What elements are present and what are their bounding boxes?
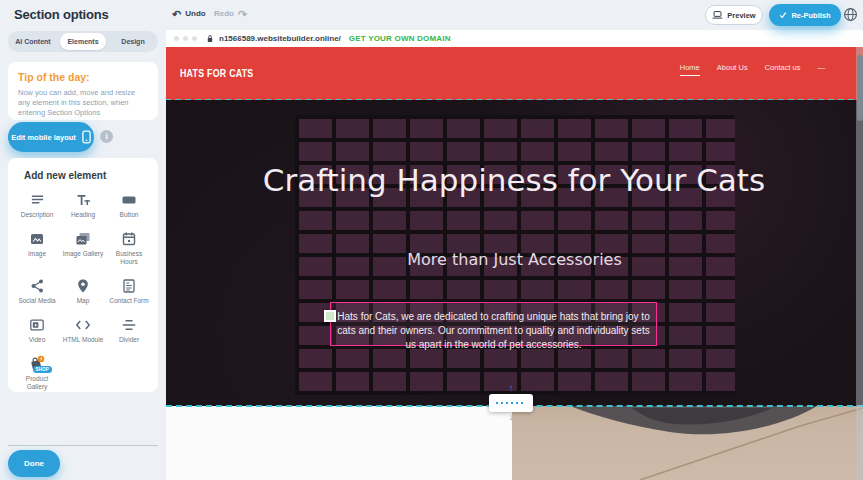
hero-subheading[interactable]: More than Just Accessories [166, 250, 863, 269]
hero-heading[interactable]: Crafting Happiness for Your Cats [254, 158, 774, 202]
heading-icon [75, 191, 92, 208]
site-nav: Home About Us Contact us — [680, 63, 825, 76]
arrow-down-icon: ↓ [509, 413, 514, 422]
undo-icon: ↶ [172, 10, 181, 18]
redo-icon: ↷ [238, 10, 247, 18]
tab-elements[interactable]: Elements [60, 33, 106, 50]
divider-icon [121, 316, 138, 333]
social-media-icon [29, 277, 46, 294]
add-new-element-panel: Add new element Description Heading Butt… [8, 158, 158, 392]
description-icon [29, 191, 46, 208]
add-panel-title: Add new element [14, 170, 152, 181]
element-item-social-media[interactable]: Social Media [14, 277, 60, 305]
preview-device-icon [712, 10, 723, 20]
element-item-image-gallery[interactable]: Image Gallery [60, 230, 106, 266]
undo-button[interactable]: ↶ Undo [172, 9, 206, 18]
edit-mobile-label: Edit mobile layout [11, 133, 76, 142]
product-gallery-icon: SHOP [29, 355, 46, 372]
element-item-contact-form[interactable]: Contact Form [106, 277, 152, 305]
hero-section-selected[interactable]: Crafting Happiness for Your Cats More th… [166, 100, 863, 406]
top-toolbar: Section options ↶ Undo Redo ↷ Preview Re… [0, 0, 863, 30]
sidebar-divider [8, 445, 158, 446]
scrollbar-track[interactable] [856, 47, 863, 480]
site-header: HATS FOR CATS Home About Us Contact us — [166, 47, 863, 100]
site-preview-canvas: HATS FOR CATS Home About Us Contact us —… [166, 47, 863, 480]
element-item-divider[interactable]: Divider [106, 316, 152, 344]
check-icon [779, 11, 787, 19]
hero-paragraph-text: Hats for Cats, we are dedicated to craft… [337, 311, 649, 350]
lock-icon [206, 34, 214, 43]
redo-button[interactable]: Redo ↷ [214, 9, 247, 18]
site-logo[interactable]: HATS FOR CATS [180, 66, 254, 79]
undo-label: Undo [185, 9, 205, 18]
button-icon [121, 191, 138, 208]
done-button[interactable]: Done [8, 450, 60, 477]
nav-more[interactable]: — [818, 63, 826, 75]
page-title: Section options [14, 7, 109, 22]
html-module-icon [75, 316, 92, 333]
republish-label: Re-Publish [791, 11, 830, 20]
republish-button[interactable]: Re-Publish [769, 4, 841, 26]
element-item-product-gallery[interactable]: SHOP Product Gallery [14, 355, 60, 391]
video-icon [29, 316, 46, 333]
element-item-button[interactable]: Button [106, 191, 152, 219]
sidebar-tabs: AI Content Elements Design [8, 31, 158, 52]
next-section-blank [166, 406, 512, 480]
hero-paragraph-selected[interactable]: Hats for Cats, we are dedicated to craft… [330, 302, 657, 346]
nav-home[interactable]: Home [680, 63, 700, 76]
image-gallery-icon [75, 230, 92, 247]
element-item-heading[interactable]: Heading [60, 191, 106, 219]
nav-about[interactable]: About Us [717, 63, 748, 75]
scrollbar-thumb[interactable] [857, 55, 863, 121]
preview-label: Preview [727, 11, 755, 20]
element-item-image[interactable]: Image [14, 230, 60, 266]
tip-of-the-day-card: Tip of the day: Now you can add, move an… [8, 62, 158, 120]
business-hours-icon [121, 230, 138, 247]
section-resize-handle[interactable]: ↑ ↓ [489, 394, 533, 412]
element-item-html-module[interactable]: HTML Module [60, 316, 106, 344]
edit-mobile-layout-button[interactable]: Edit mobile layout [8, 122, 94, 152]
window-dot [192, 36, 197, 41]
nav-contact[interactable]: Contact us [765, 63, 801, 75]
element-item-description[interactable]: Description [14, 191, 60, 219]
tab-design[interactable]: Design [110, 33, 156, 50]
image-icon [29, 230, 46, 247]
drag-dots-icon [496, 402, 526, 404]
get-domain-link[interactable]: GET YOUR OWN DOMAIN [349, 34, 451, 43]
arrow-up-icon: ↑ [509, 384, 514, 393]
tip-body: Now you can add, move and resize any ele… [18, 88, 148, 118]
site-url: n1566589.websitebuilder.online/ [219, 34, 341, 43]
window-dot [183, 36, 188, 41]
element-grid: Description Heading Button Image [14, 191, 152, 391]
redo-label: Redo [214, 9, 234, 18]
info-icon[interactable] [100, 130, 113, 143]
mobile-phone-icon [82, 130, 91, 144]
section-options-sidebar: AI Content Elements Design Tip of the da… [0, 0, 166, 480]
tip-title: Tip of the day: [18, 71, 148, 83]
tab-ai-content[interactable]: AI Content [10, 33, 56, 50]
element-item-video[interactable]: Video [14, 316, 60, 344]
element-item-map[interactable]: Map [60, 277, 106, 305]
contact-form-icon [121, 277, 138, 294]
element-item-business-hours[interactable]: Business Hours [106, 230, 152, 266]
globe-icon[interactable] [843, 7, 858, 22]
browser-address-bar: n1566589.websitebuilder.online/ GET YOUR… [166, 30, 863, 47]
next-section-photo [512, 406, 863, 480]
preview-button[interactable]: Preview [705, 5, 763, 25]
window-dot [174, 36, 179, 41]
shop-badge: SHOP [33, 366, 53, 373]
map-pin-icon [75, 277, 92, 294]
element-selection-handle[interactable] [324, 310, 336, 322]
